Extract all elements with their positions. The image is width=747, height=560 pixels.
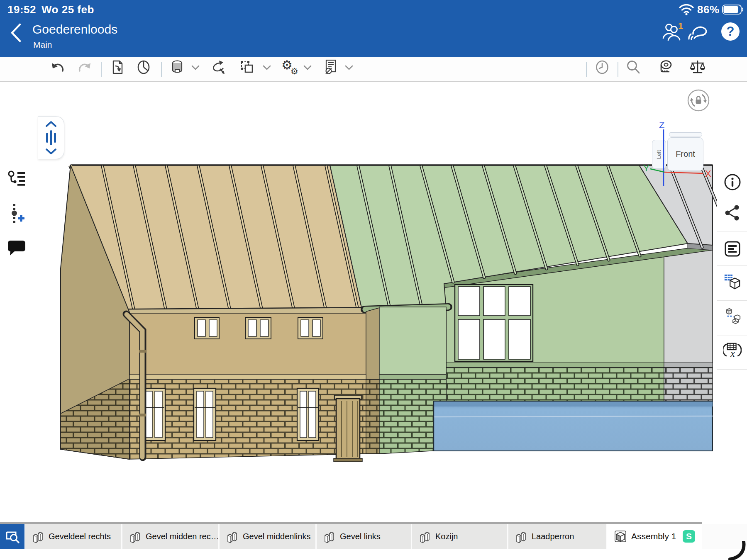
model-laadperron[interactable] [434,402,713,451]
chevron-down-icon[interactable] [191,65,200,71]
tab-label: Gevel links [340,532,381,541]
tab-laadperron[interactable]: Laadperron [508,524,606,549]
feature-list-icon[interactable] [7,170,27,190]
tab-gevel-links[interactable]: Gevel links [317,524,411,549]
top-bar: 19:52 Wo 25 feb 86% Goederenloods Main 1… [0,0,747,57]
sidebar-divider [717,196,747,196]
history-clock-button[interactable] [593,58,611,76]
back-button[interactable] [8,22,23,44]
transform-rotate-button[interactable] [210,58,228,76]
redo-button[interactable] [76,58,94,76]
sidebar-divider [717,265,747,266]
status-date: Wo 25 feb [42,3,94,16]
search-button[interactable] [624,58,642,76]
viewcube-axes: Z Y X [639,122,718,191]
sidebar-divider [717,300,747,301]
tab-gevel-middenlinks[interactable]: Gevel middenlinks [220,524,315,549]
chevron-down-icon[interactable] [303,65,312,71]
status-time: 19:52 [7,3,36,16]
axis-x-label: X [705,168,711,179]
axis-y-label: Y [643,163,649,173]
find-tabs-button[interactable] [0,524,24,549]
wifi-icon [679,4,694,15]
variables-icon[interactable]: x [723,341,742,359]
tab-label: Assembly 1 [631,531,676,541]
help-label: ? [721,22,740,41]
partstudio-icon [515,530,527,543]
model-viewport[interactable] [38,82,717,522]
view-sliders-icon[interactable] [45,129,57,146]
collaborators-badge: 1 [678,21,683,32]
tab-kozijn[interactable]: Kozijn [412,524,507,549]
help-button[interactable]: ? [721,22,740,41]
share-icon[interactable] [723,204,742,222]
measure-tape-button[interactable] [656,58,674,76]
tab-assembly-1[interactable]: Assembly 1 S [607,524,702,549]
partstudio-icon [226,530,239,543]
tab-label: Gevel midden rec… [146,532,219,541]
chevron-up-icon[interactable] [45,121,57,127]
document-panel-icon[interactable] [723,240,742,258]
tab-label: Laadperron [532,532,574,541]
chevron-down-icon[interactable] [345,65,353,71]
workspace-name: Main [33,40,52,50]
document-title: Goederenloods [32,22,117,37]
model-door[interactable] [334,395,362,462]
select-boolean-button[interactable] [238,58,256,76]
tab-bar: Geveldeel rechts Gevel midden rec… Gevel… [0,524,747,549]
view-tools-flap[interactable] [38,116,64,159]
rotation-lock-button[interactable] [687,89,710,112]
mass-properties-scale-button[interactable] [688,58,707,76]
add-feature-icon[interactable] [7,204,27,224]
svg-text:x: x [730,348,735,359]
toolbar-separator [618,62,618,77]
sidebar-divider [717,231,747,231]
extrude-tool-button[interactable] [168,58,186,76]
partstudio-icon [323,530,336,543]
configuration-icon[interactable] [723,273,742,291]
tab-label: Geveldeel rechts [49,532,111,541]
toolbar-separator [586,62,587,77]
info-icon[interactable] [723,173,742,191]
toolbar-separator [101,62,102,77]
chevron-down-icon[interactable] [45,148,57,155]
partstudio-icon [32,530,44,543]
partstudio-icon [419,530,431,543]
tab-gevel-midden-rechts[interactable]: Gevel midden rec… [122,524,218,549]
chevron-down-icon[interactable] [263,65,271,71]
history-pie-icon[interactable] [134,58,153,76]
battery-percent: 86% [697,3,720,16]
assembly-icon [614,530,627,543]
comment-icon[interactable] [7,238,27,258]
axis-z-label: Z [659,122,664,130]
sync-status-badge: S [683,530,695,543]
tab-label: Gevel middenlinks [243,532,310,541]
tab-label: Kozijn [435,532,458,541]
left-sidebar [0,82,38,522]
main-toolbar: ⚙⚙ [0,57,747,82]
model-upper-windows[interactable] [195,317,323,339]
instances-icon[interactable] [723,308,742,326]
partstudio-icon [129,530,142,543]
right-sidebar: x [717,82,747,522]
sidebar-divider [717,336,747,336]
insert-import-icon[interactable] [108,58,127,76]
sidebar-divider [717,369,747,370]
bom-sheet-button[interactable] [322,58,340,76]
sync-offline-icon[interactable] [687,24,709,41]
corner-handle-icon[interactable] [723,541,747,560]
tab-geveldeel-rechts[interactable]: Geveldeel rechts [25,524,121,549]
feature-tools-gears-button[interactable]: ⚙⚙ [281,58,299,76]
toolbar-separator [161,62,162,77]
battery-icon [722,5,744,15]
undo-button[interactable] [48,58,66,76]
model-window-large[interactable] [455,285,533,361]
